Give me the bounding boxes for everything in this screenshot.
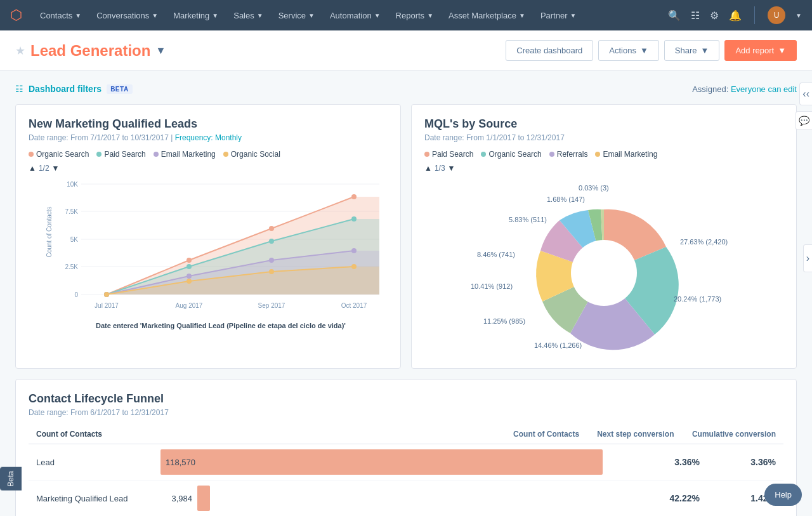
nav-item-conversations[interactable]: Conversations▼ bbox=[89, 0, 166, 30]
search-icon[interactable]: 🔍 bbox=[668, 10, 681, 22]
funnel-title: Contact Lifecycle Funnel bbox=[29, 392, 783, 406]
nav-chevron-conversations: ▼ bbox=[152, 12, 158, 19]
svg-text:5K: 5K bbox=[70, 236, 79, 243]
assigned-link[interactable]: Everyone can edit bbox=[731, 84, 797, 94]
legend-dot bbox=[481, 152, 486, 157]
apps-icon[interactable]: ☷ bbox=[691, 10, 700, 22]
actions-chevron-icon: ▼ bbox=[640, 46, 648, 55]
svg-point-17 bbox=[269, 226, 274, 231]
nav-chevron-sales: ▼ bbox=[257, 12, 263, 19]
chart1-prev-icon[interactable]: ▲ bbox=[29, 164, 36, 173]
nav-item-sales[interactable]: Sales▼ bbox=[226, 0, 270, 30]
col-lifecycle-stage: Count of Contacts bbox=[29, 425, 112, 444]
user-avatar[interactable]: U bbox=[768, 6, 785, 24]
svg-point-22 bbox=[269, 239, 274, 244]
dashboard-filters-label[interactable]: Dashboard filters bbox=[29, 84, 102, 94]
svg-text:0.03% (3): 0.03% (3) bbox=[579, 184, 609, 192]
filter-icon: ☷ bbox=[15, 84, 23, 94]
favorite-star-icon[interactable]: ★ bbox=[15, 44, 25, 58]
pie-chart-svg: 27.63% (2,420) 20.24% (1,773) 14.46% (1,… bbox=[439, 178, 769, 355]
svg-point-16 bbox=[187, 258, 192, 263]
lead-next-conversion: 3.36% bbox=[631, 457, 707, 467]
svg-point-33 bbox=[351, 264, 357, 269]
collapse-panel-button[interactable]: ‹‹ bbox=[799, 83, 812, 105]
svg-text:10.41% (912): 10.41% (912) bbox=[471, 282, 513, 290]
chart1-legend-item: Organic Social bbox=[223, 150, 280, 159]
svg-point-27 bbox=[269, 258, 274, 263]
dashboard-grid: New Marketing Qualified Leads Date range… bbox=[15, 104, 797, 369]
svg-text:0: 0 bbox=[74, 291, 78, 298]
legend-label: Organic Search bbox=[488, 150, 541, 159]
nav-item-service[interactable]: Service▼ bbox=[271, 0, 322, 30]
notifications-icon[interactable]: 🔔 bbox=[729, 10, 742, 22]
svg-text:10K: 10K bbox=[67, 181, 78, 188]
svg-point-34 bbox=[571, 240, 637, 306]
filters-left: ☷ Dashboard filters BETA bbox=[15, 84, 133, 94]
legend-dot bbox=[595, 152, 600, 157]
create-dashboard-button[interactable]: Create dashboard bbox=[506, 40, 593, 61]
legend-dot bbox=[424, 152, 429, 157]
chart1-next-icon[interactable]: ▼ bbox=[52, 164, 60, 173]
nav-item-reports[interactable]: Reports▼ bbox=[388, 0, 441, 30]
actions-button[interactable]: Actions ▼ bbox=[598, 40, 659, 61]
svg-text:20.24% (1,773): 20.24% (1,773) bbox=[674, 295, 721, 303]
nav-item-partner[interactable]: Partner▼ bbox=[533, 0, 584, 30]
nav-label-service: Service bbox=[278, 11, 306, 20]
add-report-chevron-icon: ▼ bbox=[778, 46, 786, 55]
chart2-legend-item: Organic Search bbox=[481, 150, 541, 159]
chart2-prev-icon[interactable]: ▲ bbox=[424, 164, 432, 173]
col-count-label: Count of Contacts bbox=[503, 425, 587, 444]
chart1-legend: Organic SearchPaid SearchEmail Marketing… bbox=[29, 150, 388, 159]
legend-dot bbox=[549, 152, 554, 157]
nav-label-automation: Automation bbox=[330, 11, 372, 20]
legend-label: Organic Search bbox=[36, 150, 89, 159]
lead-bar-cell: 118,570 bbox=[155, 447, 631, 477]
next-panel-arrow[interactable]: › bbox=[803, 244, 812, 272]
title-dropdown-icon[interactable]: ▼ bbox=[155, 45, 166, 56]
chart1-legend-item: Organic Search bbox=[29, 150, 89, 159]
assigned-prefix: Assigned: bbox=[692, 84, 728, 94]
col-cumulative: Cumulative conversion bbox=[682, 425, 783, 444]
share-button[interactable]: Share ▼ bbox=[664, 40, 720, 61]
nav-chevron-service: ▼ bbox=[308, 12, 315, 19]
nav-chevron-asset-marketplace: ▼ bbox=[519, 12, 525, 19]
svg-text:Sep 2017: Sep 2017 bbox=[258, 302, 285, 309]
nav-item-asset-marketplace[interactable]: Asset Marketplace▼ bbox=[441, 0, 533, 30]
legend-dot bbox=[223, 152, 228, 157]
help-button[interactable]: Help bbox=[764, 484, 802, 506]
chart1-x-label: Date entered 'Marketing Qualified Lead (… bbox=[54, 322, 388, 329]
svg-text:5.83% (511): 5.83% (511) bbox=[509, 216, 547, 223]
nav-right: 🔍 ☷ ⚙ 🔔 U ▼ bbox=[668, 6, 802, 24]
nav-item-contacts[interactable]: Contacts▼ bbox=[32, 0, 89, 30]
account-chevron-icon[interactable]: ▼ bbox=[796, 12, 802, 19]
nav-chevron-contacts: ▼ bbox=[75, 12, 81, 19]
chart2-next-icon[interactable]: ▼ bbox=[448, 164, 455, 173]
chart2-legend-item: Email Marketing bbox=[595, 150, 657, 159]
nav-label-asset-marketplace: Asset Marketplace bbox=[449, 11, 516, 20]
lead-cumulative-conversion: 3.36% bbox=[707, 457, 783, 467]
svg-point-30 bbox=[104, 292, 109, 297]
svg-point-26 bbox=[187, 274, 192, 279]
svg-text:Oct 2017: Oct 2017 bbox=[341, 302, 367, 309]
header-actions: Create dashboard Actions ▼ Share ▼ Add r… bbox=[506, 40, 797, 61]
nav-label-reports: Reports bbox=[396, 11, 425, 20]
legend-dot bbox=[29, 152, 34, 157]
beta-button[interactable]: Beta bbox=[0, 467, 22, 491]
chart1-legend-item: Paid Search bbox=[96, 150, 145, 159]
pie-chart-wrapper: 27.63% (2,420) 20.24% (1,773) 14.46% (1,… bbox=[424, 178, 783, 355]
svg-text:27.63% (2,420): 27.63% (2,420) bbox=[680, 238, 728, 246]
chat-icon[interactable]: 💬 bbox=[796, 111, 812, 130]
nav-item-marketing[interactable]: Marketing▼ bbox=[166, 0, 226, 30]
legend-label: Paid Search bbox=[104, 150, 145, 159]
assigned-section: Assigned: Everyone can edit bbox=[692, 84, 797, 94]
nav-item-automation[interactable]: Automation▼ bbox=[322, 0, 388, 30]
funnel-row-lead: Lead 118,570 3.36% 3.36% bbox=[29, 444, 783, 480]
mql-source-card: MQL's by Source Date range: From 1/1/201… bbox=[411, 104, 797, 369]
svg-point-23 bbox=[351, 216, 357, 222]
svg-text:Aug 2017: Aug 2017 bbox=[176, 302, 203, 309]
settings-icon[interactable]: ⚙ bbox=[710, 10, 719, 22]
nav-chevron-reports: ▼ bbox=[427, 12, 433, 19]
add-report-button[interactable]: Add report ▼ bbox=[724, 40, 797, 61]
nav-items: Contacts▼Conversations▼Marketing▼Sales▼S… bbox=[32, 0, 584, 30]
hubspot-logo[interactable]: ⬡ bbox=[10, 7, 22, 23]
